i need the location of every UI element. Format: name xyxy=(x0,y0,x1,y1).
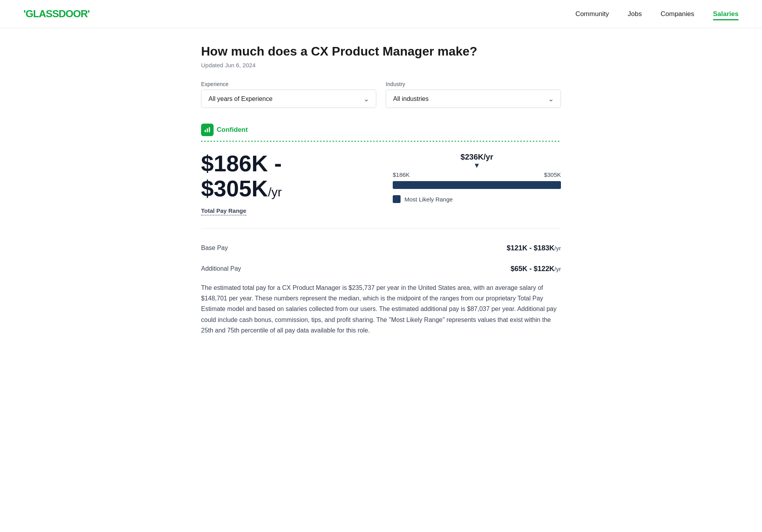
base-pay-label: Base Pay xyxy=(201,244,228,252)
experience-label: Experience xyxy=(201,81,376,87)
nav-link-community[interactable]: Community xyxy=(575,10,609,18)
salary-range-high: $305K xyxy=(201,176,268,201)
nav-item-salaries[interactable]: Salaries xyxy=(713,10,739,18)
total-pay-label-text: Total Pay Range xyxy=(201,207,246,216)
divider-1 xyxy=(201,228,561,228)
confident-text: Confident xyxy=(217,126,248,134)
filters: Experience All years of Experience Less … xyxy=(201,81,561,108)
industry-filter-group: Industry All industries Technology Finan… xyxy=(386,81,561,108)
main-content: How much does a CX Product Manager make?… xyxy=(193,28,569,359)
nav-links: Community Jobs Companies Salaries xyxy=(575,10,739,18)
range-minmax: $186K $305K xyxy=(393,171,561,178)
salary-layout: $186K - $305K/yr Total Pay Range $236K/y… xyxy=(201,151,561,216)
nav-link-jobs[interactable]: Jobs xyxy=(628,10,642,18)
confident-underline xyxy=(201,141,561,142)
nav-link-companies[interactable]: Companies xyxy=(661,10,694,18)
salary-description: The estimated total pay for a CX Product… xyxy=(201,282,561,336)
salary-range-big: $186K - $305K/yr xyxy=(201,151,369,201)
experience-filter-group: Experience All years of Experience Less … xyxy=(201,81,376,108)
bar-chart-icon xyxy=(204,126,211,133)
experience-select[interactable]: All years of Experience Less than 1 year… xyxy=(201,90,376,108)
salary-dash: - xyxy=(274,151,282,176)
median-pointer-section: $236K/yr ▼ xyxy=(393,153,561,170)
legend-label: Most Likely Range xyxy=(404,196,453,203)
updated-date: Updated Jun 6, 2024 xyxy=(201,62,561,68)
industry-select-wrapper: All industries Technology Finance Health… xyxy=(386,90,561,108)
logo[interactable]: 'GLASSDOOR' xyxy=(23,8,90,20)
range-legend: Most Likely Range xyxy=(393,195,561,203)
range-max-label: $305K xyxy=(544,171,561,178)
salary-suffix: /yr xyxy=(268,185,282,199)
svg-rect-2 xyxy=(209,128,210,133)
base-pay-value: $121K - $183K/yr xyxy=(507,244,561,252)
nav-item-community[interactable]: Community xyxy=(575,10,609,18)
nav-link-salaries[interactable]: Salaries xyxy=(713,10,739,20)
median-value: $236K/yr xyxy=(460,153,493,162)
nav-item-companies[interactable]: Companies xyxy=(661,10,694,18)
total-pay-label: Total Pay Range xyxy=(201,204,369,216)
additional-pay-row: Additional Pay $65K - $122K/yr xyxy=(201,259,561,279)
confident-badge: Confident xyxy=(201,124,248,136)
range-min-label: $186K xyxy=(393,171,410,178)
legend-box xyxy=(393,195,401,203)
median-arrow-icon: ▼ xyxy=(473,162,480,170)
industry-label: Industry xyxy=(386,81,561,87)
navbar: 'GLASSDOOR' Community Jobs Companies Sal… xyxy=(0,0,762,28)
additional-pay-value: $65K - $122K/yr xyxy=(510,265,561,273)
nav-item-jobs[interactable]: Jobs xyxy=(628,10,642,18)
svg-rect-0 xyxy=(205,130,206,132)
page-title: How much does a CX Product Manager make? xyxy=(201,44,561,59)
median-pointer: $236K/yr ▼ xyxy=(393,153,561,170)
salary-right: $236K/yr ▼ $186K $305K Most Likely Range xyxy=(393,151,561,203)
range-bar xyxy=(393,181,561,189)
additional-pay-label: Additional Pay xyxy=(201,265,241,272)
svg-rect-1 xyxy=(207,129,208,133)
salary-left: $186K - $305K/yr Total Pay Range xyxy=(201,151,369,216)
base-pay-row: Base Pay $121K - $183K/yr xyxy=(201,238,561,259)
experience-select-wrapper: All years of Experience Less than 1 year… xyxy=(201,90,376,108)
salary-range-low: $186K xyxy=(201,151,268,176)
industry-select[interactable]: All industries Technology Finance Health… xyxy=(386,90,561,108)
confident-icon xyxy=(201,124,214,136)
